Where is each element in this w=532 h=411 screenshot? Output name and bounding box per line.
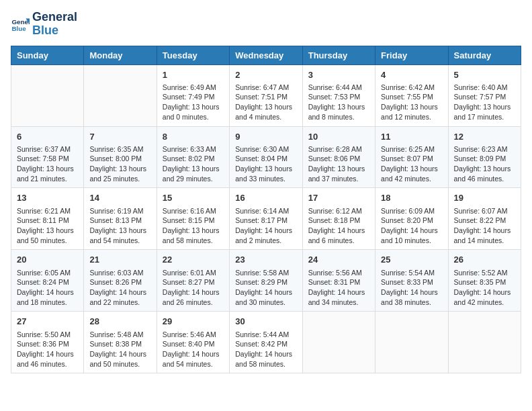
day-number: 24 — [308, 254, 369, 266]
weekday-header-saturday: Saturday — [448, 46, 521, 64]
day-info: Sunrise: 6:16 AM Sunset: 8:15 PM Dayligh… — [163, 206, 224, 246]
calendar-table: SundayMondayTuesdayWednesdayThursdayFrid… — [11, 46, 521, 374]
day-info: Sunrise: 6:35 AM Sunset: 8:00 PM Dayligh… — [89, 144, 150, 184]
day-cell — [84, 64, 157, 126]
week-row-2: 6Sunrise: 6:37 AM Sunset: 7:58 PM Daylig… — [11, 126, 521, 188]
day-number: 25 — [381, 254, 442, 266]
day-info: Sunrise: 5:54 AM Sunset: 8:33 PM Dayligh… — [381, 268, 442, 308]
day-info: Sunrise: 6:12 AM Sunset: 8:18 PM Dayligh… — [308, 206, 369, 246]
day-number: 6 — [17, 131, 78, 143]
day-cell: 14Sunrise: 6:19 AM Sunset: 8:13 PM Dayli… — [84, 188, 157, 250]
day-cell: 12Sunrise: 6:23 AM Sunset: 8:09 PM Dayli… — [448, 126, 521, 188]
day-cell: 26Sunrise: 5:52 AM Sunset: 8:35 PM Dayli… — [448, 250, 521, 312]
day-cell: 19Sunrise: 6:07 AM Sunset: 8:22 PM Dayli… — [448, 188, 521, 250]
day-cell: 30Sunrise: 5:44 AM Sunset: 8:42 PM Dayli… — [230, 312, 302, 373]
day-info: Sunrise: 5:52 AM Sunset: 8:35 PM Dayligh… — [454, 268, 515, 308]
day-number: 13 — [17, 192, 78, 204]
day-cell: 3Sunrise: 6:44 AM Sunset: 7:53 PM Daylig… — [302, 64, 375, 126]
day-cell: 2Sunrise: 6:47 AM Sunset: 7:51 PM Daylig… — [230, 64, 302, 126]
day-number: 28 — [89, 316, 150, 328]
day-cell: 28Sunrise: 5:48 AM Sunset: 8:38 PM Dayli… — [84, 312, 157, 373]
day-info: Sunrise: 5:44 AM Sunset: 8:42 PM Dayligh… — [235, 330, 296, 369]
day-info: Sunrise: 6:05 AM Sunset: 8:24 PM Dayligh… — [17, 268, 78, 308]
day-cell: 21Sunrise: 6:03 AM Sunset: 8:26 PM Dayli… — [84, 250, 157, 312]
day-info: Sunrise: 6:44 AM Sunset: 7:53 PM Dayligh… — [308, 83, 369, 122]
day-cell — [448, 312, 521, 373]
day-number: 29 — [163, 316, 224, 328]
day-info: Sunrise: 6:07 AM Sunset: 8:22 PM Dayligh… — [454, 206, 515, 246]
day-cell: 4Sunrise: 6:42 AM Sunset: 7:55 PM Daylig… — [375, 64, 448, 126]
day-cell: 7Sunrise: 6:35 AM Sunset: 8:00 PM Daylig… — [84, 126, 157, 188]
day-info: Sunrise: 6:49 AM Sunset: 7:49 PM Dayligh… — [163, 83, 224, 122]
weekday-header-friday: Friday — [375, 46, 448, 64]
weekday-header-thursday: Thursday — [302, 46, 375, 64]
weekday-header-monday: Monday — [84, 46, 157, 64]
day-cell: 16Sunrise: 6:14 AM Sunset: 8:17 PM Dayli… — [230, 188, 302, 250]
weekday-header-wednesday: Wednesday — [230, 46, 302, 64]
day-number: 14 — [89, 192, 150, 204]
day-info: Sunrise: 6:25 AM Sunset: 8:07 PM Dayligh… — [381, 144, 442, 184]
day-cell: 13Sunrise: 6:21 AM Sunset: 8:11 PM Dayli… — [11, 188, 84, 250]
weekday-header-tuesday: Tuesday — [157, 46, 229, 64]
day-number: 9 — [235, 131, 296, 143]
week-row-3: 13Sunrise: 6:21 AM Sunset: 8:11 PM Dayli… — [11, 188, 521, 250]
day-cell — [375, 312, 448, 373]
day-number: 10 — [308, 131, 369, 143]
day-number: 30 — [235, 316, 296, 328]
logo-icon: General Blue — [11, 15, 30, 34]
day-cell: 20Sunrise: 6:05 AM Sunset: 8:24 PM Dayli… — [11, 250, 84, 312]
day-number: 15 — [163, 192, 224, 204]
day-cell: 6Sunrise: 6:37 AM Sunset: 7:58 PM Daylig… — [11, 126, 84, 188]
day-info: Sunrise: 5:46 AM Sunset: 8:40 PM Dayligh… — [163, 330, 224, 369]
week-row-1: 1Sunrise: 6:49 AM Sunset: 7:49 PM Daylig… — [11, 64, 521, 126]
day-info: Sunrise: 6:40 AM Sunset: 7:57 PM Dayligh… — [454, 83, 515, 122]
day-number: 7 — [89, 131, 150, 143]
week-row-4: 20Sunrise: 6:05 AM Sunset: 8:24 PM Dayli… — [11, 250, 521, 312]
logo: General Blue GeneralBlue — [11, 11, 77, 38]
day-info: Sunrise: 6:33 AM Sunset: 8:02 PM Dayligh… — [163, 144, 224, 184]
day-info: Sunrise: 5:48 AM Sunset: 8:38 PM Dayligh… — [89, 330, 150, 369]
day-number: 20 — [17, 254, 78, 266]
logo-text: GeneralBlue — [32, 11, 77, 38]
day-number: 17 — [308, 192, 369, 204]
day-cell: 23Sunrise: 5:58 AM Sunset: 8:29 PM Dayli… — [230, 250, 302, 312]
day-info: Sunrise: 5:58 AM Sunset: 8:29 PM Dayligh… — [235, 268, 296, 308]
day-number: 22 — [163, 254, 224, 266]
day-info: Sunrise: 6:21 AM Sunset: 8:11 PM Dayligh… — [17, 206, 78, 246]
day-number: 1 — [163, 69, 224, 81]
day-cell: 15Sunrise: 6:16 AM Sunset: 8:15 PM Dayli… — [157, 188, 229, 250]
day-number: 19 — [454, 192, 515, 204]
day-cell: 22Sunrise: 6:01 AM Sunset: 8:27 PM Dayli… — [157, 250, 229, 312]
day-cell — [11, 64, 84, 126]
day-info: Sunrise: 6:42 AM Sunset: 7:55 PM Dayligh… — [381, 83, 442, 122]
weekday-header-sunday: Sunday — [11, 46, 84, 64]
day-number: 3 — [308, 69, 369, 81]
day-number: 23 — [235, 254, 296, 266]
day-info: Sunrise: 6:28 AM Sunset: 8:06 PM Dayligh… — [308, 144, 369, 184]
day-number: 2 — [235, 69, 296, 81]
day-cell: 5Sunrise: 6:40 AM Sunset: 7:57 PM Daylig… — [448, 64, 521, 126]
day-number: 5 — [454, 69, 515, 81]
day-info: Sunrise: 6:03 AM Sunset: 8:26 PM Dayligh… — [89, 268, 150, 308]
day-info: Sunrise: 6:19 AM Sunset: 8:13 PM Dayligh… — [89, 206, 150, 246]
day-cell: 24Sunrise: 5:56 AM Sunset: 8:31 PM Dayli… — [302, 250, 375, 312]
day-number: 18 — [381, 192, 442, 204]
day-cell — [302, 312, 375, 373]
day-info: Sunrise: 6:37 AM Sunset: 7:58 PM Dayligh… — [17, 144, 78, 184]
day-number: 21 — [89, 254, 150, 266]
day-cell: 11Sunrise: 6:25 AM Sunset: 8:07 PM Dayli… — [375, 126, 448, 188]
day-info: Sunrise: 6:14 AM Sunset: 8:17 PM Dayligh… — [235, 206, 296, 246]
day-number: 16 — [235, 192, 296, 204]
day-info: Sunrise: 5:50 AM Sunset: 8:36 PM Dayligh… — [17, 330, 78, 369]
day-cell: 27Sunrise: 5:50 AM Sunset: 8:36 PM Dayli… — [11, 312, 84, 373]
day-cell: 10Sunrise: 6:28 AM Sunset: 8:06 PM Dayli… — [302, 126, 375, 188]
day-info: Sunrise: 6:23 AM Sunset: 8:09 PM Dayligh… — [454, 144, 515, 184]
day-cell: 8Sunrise: 6:33 AM Sunset: 8:02 PM Daylig… — [157, 126, 229, 188]
day-cell: 9Sunrise: 6:30 AM Sunset: 8:04 PM Daylig… — [230, 126, 302, 188]
day-number: 8 — [163, 131, 224, 143]
day-number: 26 — [454, 254, 515, 266]
day-cell: 18Sunrise: 6:09 AM Sunset: 8:20 PM Dayli… — [375, 188, 448, 250]
day-cell: 29Sunrise: 5:46 AM Sunset: 8:40 PM Dayli… — [157, 312, 229, 373]
day-cell: 25Sunrise: 5:54 AM Sunset: 8:33 PM Dayli… — [375, 250, 448, 312]
day-number: 11 — [381, 131, 442, 143]
